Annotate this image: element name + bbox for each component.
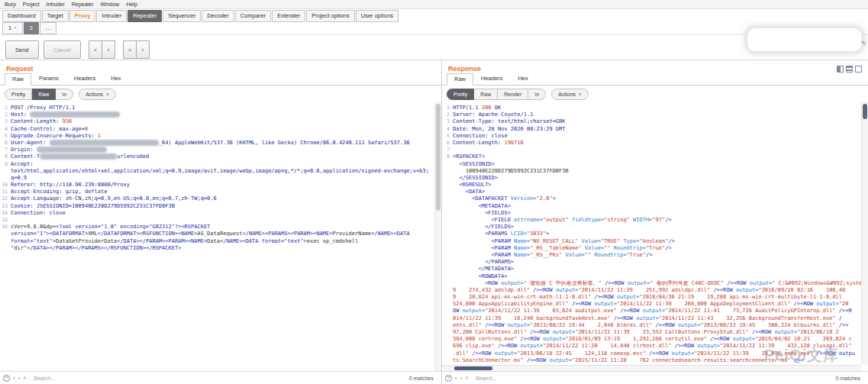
menu-burp[interactable]: Burp bbox=[5, 2, 16, 7]
code-text: <RSRESULT> bbox=[453, 182, 492, 189]
menu-help[interactable]: Help bbox=[126, 2, 137, 7]
code-text: 9 20,824 api-ms-win-crt-math-l1-1-0.dll"… bbox=[453, 294, 842, 301]
search-prev-icon[interactable]: ‹ bbox=[13, 375, 15, 382]
newline-button[interactable]: \n bbox=[528, 89, 546, 100]
request-editor[interactable]: 1POST /Proxy HTTP/1.12Host: 3Content-Len… bbox=[0, 102, 441, 371]
pretty-button[interactable]: Pretty bbox=[5, 89, 32, 100]
line-number bbox=[442, 301, 453, 308]
line-number bbox=[442, 182, 453, 189]
help-icon[interactable]: ? bbox=[3, 375, 10, 382]
repeater-tab-...[interactable]: ... bbox=[40, 22, 56, 35]
back-dropdown-icon[interactable]: ∨ bbox=[102, 40, 115, 59]
request-vscrollbar[interactable] bbox=[434, 102, 441, 371]
menu-intruder[interactable]: Intruder bbox=[47, 2, 65, 7]
search-input[interactable] bbox=[476, 376, 705, 381]
actions-button[interactable]: Actions ∨ bbox=[79, 89, 116, 100]
tab-extender[interactable]: Extender bbox=[272, 10, 305, 23]
line-number bbox=[442, 315, 453, 322]
line-number bbox=[442, 350, 453, 357]
cancel-button[interactable]: Cancel bbox=[44, 40, 81, 59]
newline-button[interactable]: \n bbox=[56, 89, 73, 100]
code-text: "dir"</DATA></PARAM></PARAMS></RSFUNCTIO… bbox=[11, 245, 181, 252]
tab-target[interactable]: Target bbox=[42, 10, 69, 23]
repeater-tab-1[interactable]: 1× bbox=[2, 22, 23, 35]
search-input[interactable] bbox=[34, 376, 263, 381]
response-view-switch: Pretty Raw Render \n bbox=[447, 89, 546, 100]
line-number: 11 bbox=[0, 189, 11, 195]
forward-dropdown-icon[interactable]: ∨ bbox=[137, 40, 150, 59]
line-number: 8 bbox=[442, 153, 453, 160]
tab-repeater[interactable]: Repeater bbox=[127, 10, 162, 23]
help-icon[interactable]: ? bbox=[445, 375, 452, 382]
actions-button[interactable]: Actions ∨ bbox=[551, 89, 589, 100]
code-line: format="text">DataSetProviderData</DATA>… bbox=[0, 238, 434, 245]
tab-raw[interactable]: Raw bbox=[5, 73, 31, 86]
scrollbar-thumb[interactable] bbox=[436, 104, 440, 211]
repeater-tab-2[interactable]: 2 bbox=[24, 22, 39, 35]
match-count: 0 matches bbox=[409, 376, 434, 381]
menu-window[interactable]: Window bbox=[101, 2, 120, 7]
close-icon[interactable]: × bbox=[14, 25, 17, 30]
code-text: q=0.9 bbox=[11, 175, 27, 182]
layout-columns-icon[interactable] bbox=[837, 66, 844, 73]
response-editor[interactable]: 1HTTP/1.1 200 OK2Server: Apache-Coyote/1… bbox=[442, 102, 868, 371]
code-line: <PARAM Name="_RS__TableName" Value="" Ro… bbox=[442, 245, 861, 252]
tab-project-options[interactable]: Project options bbox=[306, 10, 355, 23]
menu-project[interactable]: Project bbox=[23, 2, 40, 7]
code-line: 7 bbox=[442, 147, 861, 153]
code-text: HTTP/1.1 200 OK bbox=[453, 105, 501, 111]
layout-rows-icon[interactable] bbox=[846, 66, 853, 73]
line-number: 6 bbox=[0, 140, 11, 147]
code-line: OW output="2014/11/22 11:39 65,024 audit… bbox=[442, 308, 861, 315]
tab-proxy[interactable]: Proxy bbox=[69, 10, 96, 23]
tab-raw[interactable]: Raw bbox=[447, 73, 473, 86]
raw-button[interactable]: Raw bbox=[32, 89, 56, 100]
search-prev-icon[interactable]: ‹ bbox=[455, 375, 457, 382]
code-line: </SESSIONID> bbox=[442, 175, 861, 182]
line-number: 1 bbox=[442, 105, 453, 111]
tab-comparer[interactable]: Comparer bbox=[235, 10, 271, 23]
forward-button[interactable]: > bbox=[123, 40, 137, 59]
line-number bbox=[442, 329, 453, 336]
scrollbar-thumb[interactable] bbox=[863, 104, 867, 119]
code-line: <FIELD attrname="output" fieldtype="stri… bbox=[442, 217, 861, 224]
search-next-icon[interactable]: › bbox=[18, 375, 21, 382]
code-text: Referer: http://110.90.239:8080/Proxy bbox=[11, 182, 130, 189]
line-number: 4 bbox=[0, 126, 11, 133]
menu-repeater[interactable]: Repeater bbox=[72, 2, 94, 7]
tab-user-options[interactable]: User options bbox=[356, 10, 399, 23]
code-line: <ROW output=" 驱动器 C 中的卷没有标签。" /><ROW out… bbox=[442, 280, 861, 287]
code-text: ts.SearchConnector-ms" /><ROW output="20… bbox=[453, 357, 803, 364]
code-text: User-Agent: _64) AppleWebKit/537.36 (KHT… bbox=[11, 140, 410, 147]
code-line: 13Cookie: JSESSIONID=100940E220D279D5992… bbox=[0, 203, 434, 210]
tab-headers[interactable]: Headers bbox=[473, 73, 510, 85]
code-text: Upgrade-Insecure-Requests: 1 bbox=[11, 133, 101, 140]
tab-hex[interactable]: Hex bbox=[103, 73, 128, 85]
tab-dashboard[interactable]: Dashboard bbox=[2, 10, 41, 23]
tab-sequencer[interactable]: Sequencer bbox=[163, 10, 201, 23]
pretty-button[interactable]: Pretty bbox=[447, 89, 474, 100]
back-button[interactable]: < bbox=[89, 40, 102, 59]
raw-button[interactable]: Raw bbox=[474, 89, 498, 100]
send-button[interactable]: Send bbox=[5, 40, 39, 59]
tab-headers[interactable]: Headers bbox=[66, 73, 103, 85]
layout-single-icon[interactable] bbox=[855, 66, 862, 73]
edit-target-icon[interactable]: ✎ bbox=[860, 40, 866, 47]
scrollbar-thumb[interactable] bbox=[454, 366, 492, 370]
tab-params[interactable]: Params bbox=[31, 73, 66, 85]
tab-intruder[interactable]: Intruder bbox=[96, 10, 127, 23]
code-line: 2Host: bbox=[0, 111, 434, 118]
search-next-icon[interactable]: › bbox=[460, 375, 463, 382]
line-number bbox=[442, 217, 453, 224]
render-button[interactable]: Render bbox=[498, 89, 528, 100]
tab-hex[interactable]: Hex bbox=[510, 73, 535, 85]
watermark: PeiQi文库 bbox=[764, 345, 839, 366]
response-code: 1HTTP/1.1 200 OK2Server: Apache-Coyote/1… bbox=[442, 105, 861, 365]
code-text: <PARAMS LCID="1033"> bbox=[453, 231, 549, 237]
code-text: <FIELD attrname="output" fieldtype="stri… bbox=[453, 217, 672, 224]
response-hscrollbar[interactable] bbox=[442, 365, 861, 371]
editor-panels: Request RawParamsHeadersHex Pretty Raw \… bbox=[0, 60, 868, 384]
response-vscrollbar[interactable] bbox=[861, 102, 868, 365]
code-line: 2Server: Apache-Coyote/1.1 bbox=[442, 111, 861, 118]
tab-decoder[interactable]: Decoder bbox=[202, 10, 234, 23]
